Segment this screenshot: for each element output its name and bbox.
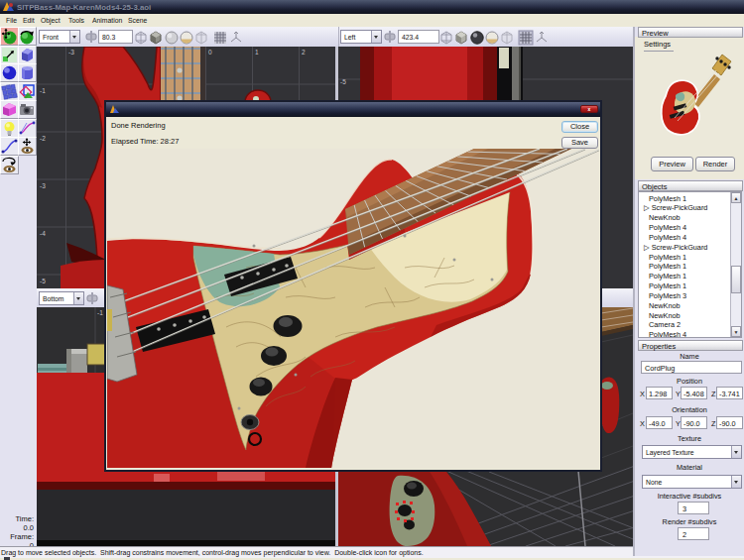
svg-text:0: 0	[208, 49, 212, 56]
svg-text:-1: -1	[97, 309, 103, 316]
svg-text:-3: -3	[40, 182, 46, 189]
svg-text:-1: -1	[40, 87, 46, 94]
svg-text:-5: -5	[40, 278, 46, 284]
svg-text:-3: -3	[68, 49, 74, 56]
svg-text:-5: -5	[340, 78, 346, 85]
svg-text:2: 2	[302, 49, 306, 56]
svg-text:1: 1	[255, 49, 259, 56]
svg-text:-4: -4	[40, 230, 46, 237]
svg-text:-2: -2	[40, 135, 46, 142]
